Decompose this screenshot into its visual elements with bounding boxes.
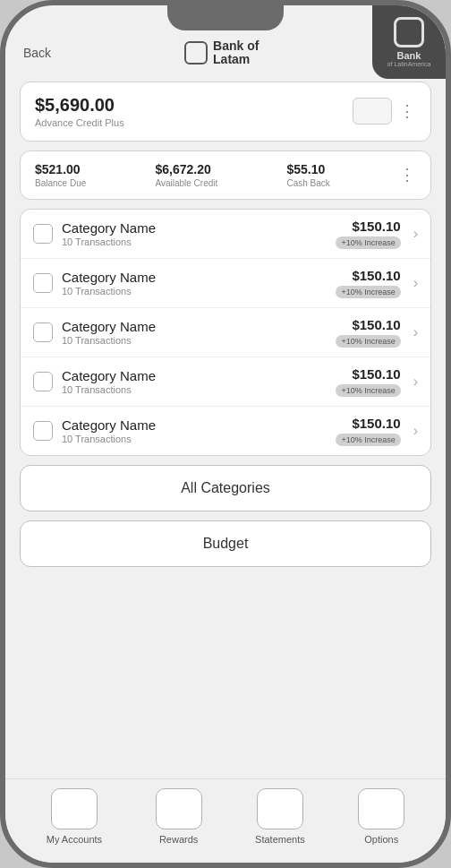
phone-screen: Back Bank of Latam Profile $5,690.00 Adv… <box>5 5 446 863</box>
nav-label-3: Options <box>364 834 398 845</box>
card-icon-group: ⋮ <box>353 98 416 125</box>
category-amount-4: $150.10 <box>352 416 400 431</box>
nav-label-1: Rewards <box>159 834 198 845</box>
bank-badge-name: Bank <box>397 50 421 61</box>
all-categories-button[interactable]: All Categories <box>20 465 431 511</box>
category-chevron-4: › <box>413 423 418 439</box>
bottom-nav: My Accounts Rewards Statements Options <box>5 778 446 863</box>
account-amount: $5,690.00 <box>35 95 124 116</box>
category-badge-1: +10% Increase <box>336 286 400 298</box>
balance-due-value: $521.00 <box>35 162 86 176</box>
category-badge-4: +10% Increase <box>336 434 400 446</box>
cash-back-item: $55.10 Cash Back <box>286 162 329 188</box>
category-chevron-2: › <box>413 324 418 340</box>
nav-label-2: Statements <box>255 834 305 845</box>
account-name: Advance Credit Plus <box>35 117 124 128</box>
category-right-0: $150.10 +10% Increase <box>336 219 400 249</box>
category-transactions-0: 10 Transactions <box>62 236 327 247</box>
category-row[interactable]: Category Name 10 Transactions $150.10 +1… <box>21 259 430 308</box>
balance-due-item: $521.00 Balance Due <box>35 162 86 188</box>
nav-item-rewards[interactable]: Rewards <box>156 788 202 845</box>
category-transactions-1: 10 Transactions <box>62 286 327 296</box>
bank-logo-icon <box>184 41 208 64</box>
bank-badge-icon <box>394 17 424 47</box>
category-row[interactable]: Category Name 10 Transactions $150.10 +1… <box>21 357 430 407</box>
category-row[interactable]: Category Name 10 Transactions $150.10 +1… <box>21 407 430 455</box>
bank-badge-sub: of LatinAmerica <box>387 61 431 67</box>
available-credit-item: $6,672.20 Available Credit <box>155 162 217 188</box>
category-transactions-2: 10 Transactions <box>62 335 327 346</box>
category-name-4: Category Name <box>62 417 327 433</box>
category-transactions-4: 10 Transactions <box>62 434 327 444</box>
category-checkbox-1[interactable] <box>33 273 53 293</box>
budget-button[interactable]: Budget <box>20 520 431 567</box>
category-chevron-1: › <box>413 275 418 291</box>
category-name-1: Category Name <box>62 270 327 285</box>
nav-icon-0 <box>51 788 98 829</box>
category-checkbox-4[interactable] <box>33 421 53 441</box>
phone-notch <box>167 5 284 30</box>
available-credit-label: Available Credit <box>155 178 217 188</box>
category-right-3: $150.10 +10% Increase <box>336 366 400 397</box>
category-right-1: $150.10 +10% Increase <box>336 268 400 298</box>
category-name-3: Category Name <box>62 368 327 383</box>
category-right-4: $150.10 +10% Increase <box>336 416 400 446</box>
account-more-button[interactable]: ⋮ <box>399 101 416 121</box>
category-amount-0: $150.10 <box>352 219 400 234</box>
category-info-4: Category Name 10 Transactions <box>62 417 327 444</box>
bank-badge: Bank of LatinAmerica <box>372 5 446 79</box>
categories-card: Category Name 10 Transactions $150.10 +1… <box>20 209 431 456</box>
account-info: $5,690.00 Advance Credit Plus <box>35 95 124 128</box>
category-row[interactable]: Category Name 10 Transactions $150.10 +1… <box>21 308 430 357</box>
category-chevron-3: › <box>413 374 418 390</box>
category-checkbox-2[interactable] <box>33 322 53 342</box>
category-checkbox-0[interactable] <box>33 224 53 244</box>
category-info-0: Category Name 10 Transactions <box>62 220 327 247</box>
category-amount-1: $150.10 <box>352 268 400 283</box>
balance-card: $521.00 Balance Due $6,672.20 Available … <box>20 150 431 200</box>
nav-icon-2 <box>257 788 303 829</box>
available-credit-value: $6,672.20 <box>155 162 217 176</box>
category-amount-3: $150.10 <box>352 366 400 382</box>
category-row[interactable]: Category Name 10 Transactions $150.10 +1… <box>21 210 430 259</box>
header-logo: Bank of Latam <box>184 39 259 67</box>
bank-logo-text: Bank of Latam <box>213 39 259 67</box>
nav-item-options[interactable]: Options <box>358 788 404 845</box>
cash-back-value: $55.10 <box>286 162 329 176</box>
card-chip-icon <box>353 98 392 125</box>
cash-back-label: Cash Back <box>286 178 329 188</box>
nav-item-my-accounts[interactable]: My Accounts <box>47 788 102 845</box>
balance-more-button[interactable]: ⋮ <box>399 165 416 185</box>
category-name-0: Category Name <box>62 220 327 236</box>
category-transactions-3: 10 Transactions <box>62 384 327 395</box>
category-badge-0: +10% Increase <box>336 236 400 249</box>
category-badge-3: +10% Increase <box>336 384 400 397</box>
category-name-2: Category Name <box>62 319 327 334</box>
nav-icon-3 <box>358 788 404 829</box>
nav-item-statements[interactable]: Statements <box>255 788 305 845</box>
category-amount-2: $150.10 <box>352 317 400 332</box>
category-checkbox-3[interactable] <box>33 372 53 391</box>
category-info-2: Category Name 10 Transactions <box>62 319 327 346</box>
category-chevron-0: › <box>413 226 418 242</box>
nav-icon-1 <box>156 788 202 829</box>
nav-label-0: My Accounts <box>47 834 102 845</box>
main-content: $5,690.00 Advance Credit Plus ⋮ $521.00 … <box>5 74 446 778</box>
balance-due-label: Balance Due <box>35 178 86 188</box>
account-card: $5,690.00 Advance Credit Plus ⋮ <box>20 82 431 142</box>
category-right-2: $150.10 +10% Increase <box>336 317 400 348</box>
category-info-3: Category Name 10 Transactions <box>62 368 327 395</box>
back-button[interactable]: Back <box>23 46 51 60</box>
phone-frame: Bank of LatinAmerica Back Bank of Latam … <box>0 0 451 868</box>
category-badge-2: +10% Increase <box>336 335 400 348</box>
category-info-1: Category Name 10 Transactions <box>62 270 327 296</box>
